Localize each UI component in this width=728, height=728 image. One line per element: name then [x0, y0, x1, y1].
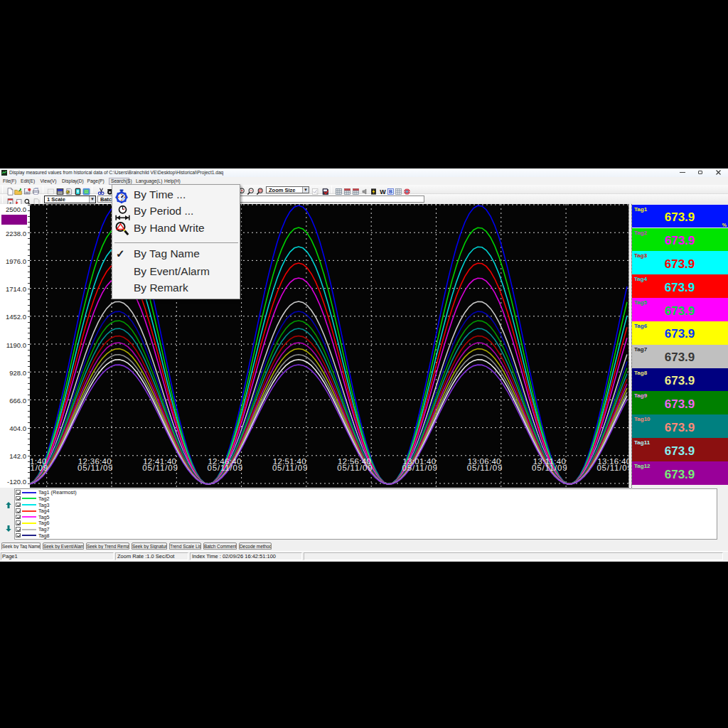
svg-text:B: B: [389, 189, 392, 194]
svg-text:W: W: [380, 188, 386, 196]
